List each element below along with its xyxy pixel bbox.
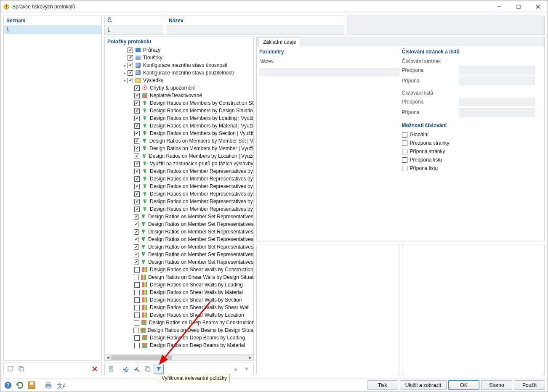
scroll-thumb[interactable] — [111, 355, 172, 360]
refresh-button[interactable] — [15, 380, 25, 390]
tree-checkbox[interactable] — [134, 85, 140, 91]
tree-checkbox[interactable] — [134, 169, 140, 174]
list-item[interactable]: 1 — [4, 25, 101, 34]
tree-node[interactable]: Design Ratios on Deep Beams by Design Si… — [105, 326, 253, 334]
tree-node[interactable]: ΨDesign Ratios on Member Set Representat… — [105, 258, 253, 266]
tree-checkbox[interactable] — [134, 176, 140, 182]
tree-node[interactable]: Design Ratios on Shear Walls by Material — [105, 289, 253, 296]
tree-node[interactable]: Tloušťky — [105, 54, 253, 61]
tree-checkbox[interactable] — [134, 343, 140, 348]
tree-node[interactable]: Design Ratios on Deep Beams by Construct… — [105, 319, 253, 326]
seznam-list[interactable]: 1 — [4, 25, 101, 360]
tree-node[interactable]: Design Ratios on Shear Walls by Construc… — [105, 266, 253, 273]
tree-hscrollbar[interactable]: ◀ ▶ — [105, 354, 253, 360]
option-checkbox[interactable] — [402, 140, 407, 146]
option-checkbox[interactable] — [402, 166, 407, 171]
duplicate-protocol-button[interactable] — [16, 364, 27, 374]
tree-node[interactable]: Design Ratios on Shear Walls by Design S… — [105, 273, 253, 281]
copy-settings-button[interactable] — [143, 364, 153, 374]
ok-button[interactable]: OK — [448, 380, 479, 390]
help-button[interactable]: ? — [3, 380, 13, 390]
param-name-field[interactable] — [259, 68, 399, 76]
filter-irrelevant-button[interactable] — [154, 364, 164, 374]
name-value[interactable] — [166, 25, 344, 34]
tree-node[interactable]: ΨDesign Ratios on Members by Material | … — [105, 122, 253, 130]
page-suffix-field[interactable] — [459, 77, 535, 85]
tree-node[interactable]: Design Ratios on Deep Beams by Loading — [105, 334, 253, 342]
tree-checkbox[interactable] — [134, 161, 140, 167]
tree-checkbox[interactable] — [134, 123, 140, 129]
option-checkbox[interactable] — [402, 157, 407, 163]
tree-node[interactable]: Design Ratios on Deep Beams by Material — [105, 342, 253, 349]
tree-checkbox[interactable] — [134, 146, 140, 151]
tree-checkbox[interactable] — [134, 108, 140, 114]
tree-checkbox[interactable] — [134, 320, 139, 326]
move-down-button[interactable]: ▼ — [242, 364, 252, 374]
tree-checkbox[interactable] — [134, 131, 140, 136]
tree-checkbox[interactable] — [134, 282, 140, 288]
doc-view-button[interactable] — [106, 364, 117, 374]
apply-button[interactable]: Použít — [514, 380, 545, 390]
numbering-option[interactable]: Přípona stránky — [402, 147, 542, 156]
option-checkbox[interactable] — [402, 132, 407, 138]
tree-node[interactable]: ΨDesign Ratios on Member Set Representat… — [105, 236, 253, 243]
tree-node[interactable]: ΨDesign Ratios on Member Representatives… — [105, 167, 253, 175]
option-checkbox[interactable] — [402, 149, 407, 154]
tree-checkbox[interactable] — [134, 290, 140, 295]
tree-node[interactable]: ΨDesign Ratios on Member Representatives… — [105, 205, 253, 213]
tree-node[interactable]: ΨDesign Ratios on Members by Member | Vy… — [105, 145, 253, 152]
tree-node[interactable]: ΨDesign Ratios on Member Set Representat… — [105, 251, 253, 258]
tree-node[interactable]: ▸Konfigurace mezního stavu únosnosti — [105, 61, 253, 69]
tree-checkbox[interactable] — [134, 93, 140, 98]
tree-node[interactable]: ΨDesign Ratios on Member Set Representat… — [105, 228, 253, 236]
tree-checkbox[interactable] — [134, 184, 140, 189]
tree-node[interactable]: ΨDesign Ratios on Members by Section | V… — [105, 130, 253, 137]
new-protocol-button[interactable] — [5, 364, 16, 374]
print-settings-button[interactable] — [43, 380, 53, 390]
tree-checkbox[interactable] — [128, 55, 133, 61]
cancel-button[interactable]: Storno — [481, 380, 512, 390]
tree-node[interactable]: ΨDesign Ratios on Members by Location | … — [105, 152, 253, 160]
tree-node[interactable]: Design Ratios on Shear Walls by Location — [105, 311, 253, 319]
close-button[interactable] — [528, 0, 548, 13]
delete-protocol-button[interactable] — [90, 364, 100, 374]
tree-checkbox[interactable] — [128, 78, 133, 83]
tree-node[interactable]: Design Ratios on Shear Walls by Loading — [105, 281, 253, 289]
tree-checkbox[interactable] — [134, 267, 140, 273]
tree-checkbox[interactable] — [128, 70, 133, 76]
minimize-button[interactable] — [489, 0, 509, 13]
tree-checkbox[interactable] — [134, 191, 140, 197]
save-and-show-button[interactable]: Uložit a zobrazit — [400, 380, 447, 390]
tree-node[interactable]: ΨDesign Ratios on Member Set Representat… — [105, 243, 253, 251]
tree-checkbox[interactable] — [134, 244, 139, 250]
save-template-button[interactable] — [27, 380, 37, 390]
tab-basic-data[interactable]: Základní údaje — [258, 37, 301, 46]
numbering-option[interactable]: Předpona listu — [402, 156, 542, 164]
tree-node[interactable]: Design Ratios on Shear Walls by Section — [105, 296, 253, 304]
tree-node[interactable]: Průřezy — [105, 46, 253, 54]
expand-icon[interactable]: ▸ — [122, 71, 128, 75]
expand-icon[interactable]: ▾ — [122, 78, 128, 83]
tree-checkbox[interactable] — [134, 199, 140, 204]
sheet-suffix-field[interactable] — [459, 108, 535, 117]
tree-checkbox[interactable] — [134, 101, 140, 106]
tree-node[interactable]: ΨDesign Ratios on Members by Design Situ… — [105, 107, 253, 114]
tree-checkbox[interactable] — [134, 275, 139, 280]
protocol-tree[interactable]: PrůřezyTloušťky▸Konfigurace mezního stav… — [105, 46, 253, 354]
tree-checkbox[interactable] — [128, 48, 133, 53]
scroll-left-icon[interactable]: ◀ — [105, 355, 111, 361]
tree-node[interactable]: ΨDesign Ratios on Member Representatives… — [105, 175, 253, 183]
tree-checkbox[interactable] — [134, 305, 140, 310]
tree-node[interactable]: ΨVyužití na zástupcích prutů po fázích v… — [105, 160, 253, 167]
maximize-button[interactable] — [509, 0, 528, 13]
tree-node[interactable]: ΨDesign Ratios on Members by Constructio… — [105, 99, 253, 107]
tree-node[interactable]: ΨDesign Ratios on Member Representatives… — [105, 183, 253, 190]
tree-checkbox[interactable] — [134, 214, 139, 220]
tree-node[interactable]: ΨDesign Ratios on Member Set Representat… — [105, 220, 253, 228]
tree-node[interactable]: Chyby & upozornění — [105, 84, 253, 92]
tree-node[interactable]: ▸Konfigurace mezního stavu použitelnosti — [105, 69, 253, 77]
tree-checkbox[interactable] — [134, 297, 140, 303]
tree-node[interactable]: ΨDesign Ratios on Member Representatives… — [105, 198, 253, 205]
tree-node[interactable]: ▾Výsledky — [105, 77, 253, 84]
tree-node[interactable]: Neplatné/Deaktivované — [105, 92, 253, 99]
